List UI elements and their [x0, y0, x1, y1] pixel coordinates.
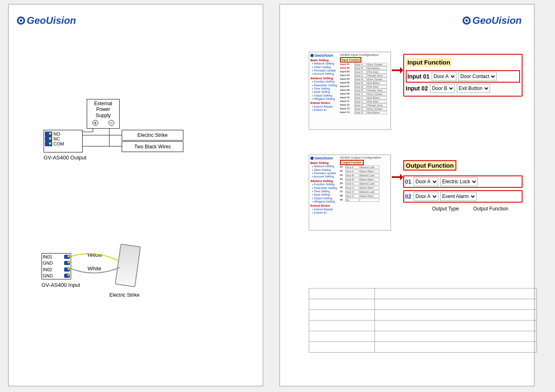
logo-mark-icon	[17, 16, 25, 25]
table-row	[309, 321, 537, 331]
sidebar-item[interactable]: • Network Setting	[312, 165, 339, 168]
plus-icon: +	[92, 120, 98, 126]
sidebar-section-extend: Extend Device	[310, 204, 339, 208]
sidebar-section-basic: Basic Setting	[310, 161, 339, 165]
output-function-label: Output Function	[473, 206, 508, 212]
svg-marker-8	[400, 174, 403, 180]
brand-logo: GeoUision	[462, 15, 522, 26]
diagram2-caption: GV-AS400 Input	[42, 282, 80, 288]
terminal-icon	[64, 261, 70, 265]
input-config-figure: GeoUision Basic Setting • Network Settin…	[309, 52, 391, 130]
external-power-box: External Power Supply + −	[87, 99, 120, 129]
terminal-icon	[45, 136, 52, 141]
output-panel-title: AS400 Output Configuration	[340, 156, 381, 159]
sidebar-item[interactable]: • Firmware Update	[312, 172, 339, 175]
sidebar-item[interactable]: • Input Setting	[312, 193, 339, 196]
sidebar-item[interactable]: • Time Setting	[312, 87, 339, 90]
brand-name: GeoUision	[472, 15, 522, 26]
output-terminal-block: NO NC COM	[44, 130, 83, 152]
sidebar-item[interactable]: • Extend IO	[312, 108, 339, 112]
input-row: Input 04Door ATamper Zone	[340, 74, 389, 77]
terminal-gnd2-label: GND	[43, 273, 53, 278]
input-row: Input 01Door ADoor Contact	[340, 63, 389, 66]
terminal-nc-label: NC	[53, 136, 60, 141]
sidebar-item[interactable]: • Extend Reader	[312, 105, 339, 108]
page-left: GeoUision External Power Supply + − NO N…	[8, 4, 263, 386]
terminal-in01-label: IN01	[43, 254, 52, 259]
terminal-icon	[45, 141, 52, 146]
sidebar-item[interactable]: • Output Setting	[312, 94, 339, 97]
output02-door-select[interactable]: Door A	[414, 192, 438, 201]
output-row: 05Door CElectric Lock	[340, 182, 389, 185]
brand-name: GeoUision	[27, 15, 76, 26]
output-type-label: Output Type	[432, 206, 459, 212]
output-row: 02Door AEvent Alarm	[340, 170, 389, 173]
terminal-com-label: COM	[53, 141, 64, 146]
terminal-icon	[64, 255, 70, 259]
sidebar-item[interactable]: • Extend IO	[312, 211, 339, 214]
table-row	[309, 288, 537, 299]
sidebar-item[interactable]: • Account Setting	[312, 175, 339, 178]
sidebar-item[interactable]: • Parameter Setting	[312, 84, 339, 87]
sidebar-item[interactable]: • Output Setting	[312, 197, 339, 200]
terminal-gnd1-label: GND	[43, 261, 53, 265]
input01-label: Input 01	[407, 73, 430, 80]
config-sidebar: GeoUision Basic Setting • Network Settin…	[310, 53, 339, 112]
sidebar-section-advance: Advance Setting	[310, 77, 339, 80]
yellow-wire-label: Yellow	[87, 252, 102, 258]
output02-func-select[interactable]: Event Alarm	[440, 192, 476, 201]
logo-mark-icon	[462, 16, 471, 25]
sidebar-item[interactable]: • Firmware Update	[312, 69, 339, 72]
output-row: 06Door CEvent Alarm	[340, 186, 389, 189]
output-row: 09No Function	[340, 198, 389, 202]
terminal-icon	[64, 267, 70, 272]
input01-door-select[interactable]: Door A	[432, 72, 456, 81]
output-config-figure: GeoUision Basic Setting • Network Settin…	[309, 154, 391, 231]
input-terminal-block: IN01 GND IN02 GND	[42, 253, 71, 279]
sidebar-brand: GeoUision	[314, 156, 333, 161]
input-row: Input 09Door CDoor Contact	[340, 92, 389, 96]
input-row: Input 11Door CFire Zone	[340, 100, 389, 103]
terminal-in02-label: IN02	[43, 267, 52, 272]
sidebar-item[interactable]: • Parameter Setting	[312, 187, 339, 190]
two-black-wires-box: Two Black Wires	[122, 141, 183, 152]
input01-func-select[interactable]: Door Contact	[458, 72, 497, 81]
sidebar-section-extend: Extend Device	[310, 101, 339, 105]
output-function-zoom: Output Function 01 Door A Electric Lock …	[403, 159, 523, 204]
minus-icon: −	[109, 120, 114, 126]
sidebar-item[interactable]: • Other Setting	[312, 66, 339, 69]
arrow-icon	[391, 62, 403, 78]
output-row: 03Door BElectric Lock	[340, 174, 389, 177]
input-row: Input 07Door BFire Zone	[340, 85, 389, 88]
input-zoom-title: Input Function	[406, 58, 452, 67]
input-panel-title: AS400 Input Configuration	[340, 53, 379, 57]
sidebar-item[interactable]: • Function Setting	[312, 183, 339, 186]
sidebar-item[interactable]: • Other Setting	[312, 168, 339, 172]
sidebar-item[interactable]: • Account Setting	[312, 72, 339, 76]
output01-func-select[interactable]: Electric Lock	[440, 177, 478, 186]
input-function-table: Input Function Input 01Door ADoor Contac…	[340, 57, 389, 115]
spec-table	[309, 288, 537, 353]
brand-logo: GeoUision	[17, 15, 76, 26]
output01-door-select[interactable]: Door A	[414, 177, 438, 186]
sidebar-item[interactable]: • Wiegand Setting	[312, 200, 339, 203]
input-row: Input 06Door BExit Button	[340, 81, 389, 85]
input-row: Input 10Door CExit Button	[340, 96, 389, 99]
table-row	[309, 331, 537, 342]
table-row	[309, 342, 537, 353]
input02-func-select[interactable]: Exit Button	[457, 84, 490, 93]
sidebar-item[interactable]: • Network Setting	[312, 62, 339, 65]
output01-label: 01	[405, 178, 412, 185]
sidebar-item[interactable]: • Input Setting	[312, 90, 339, 94]
output-row: 07Door DElectric Lock	[340, 190, 389, 194]
sidebar-item[interactable]: • Wiegand Setting	[312, 97, 339, 101]
svg-marker-6	[400, 67, 403, 74]
electric-strike-illustration	[113, 245, 146, 290]
sidebar-item[interactable]: • Function Setting	[312, 80, 339, 83]
input02-door-select[interactable]: Door B	[430, 84, 455, 93]
output-zoom-title: Output Function	[403, 160, 456, 171]
output-row: 01Door AElectric Lock	[340, 166, 389, 169]
sidebar-item[interactable]: • Extend Reader	[312, 208, 339, 211]
output-function-table: Output Function 01Door AElectric Lock02D…	[340, 160, 389, 203]
sidebar-item[interactable]: • Time Setting	[312, 190, 339, 193]
